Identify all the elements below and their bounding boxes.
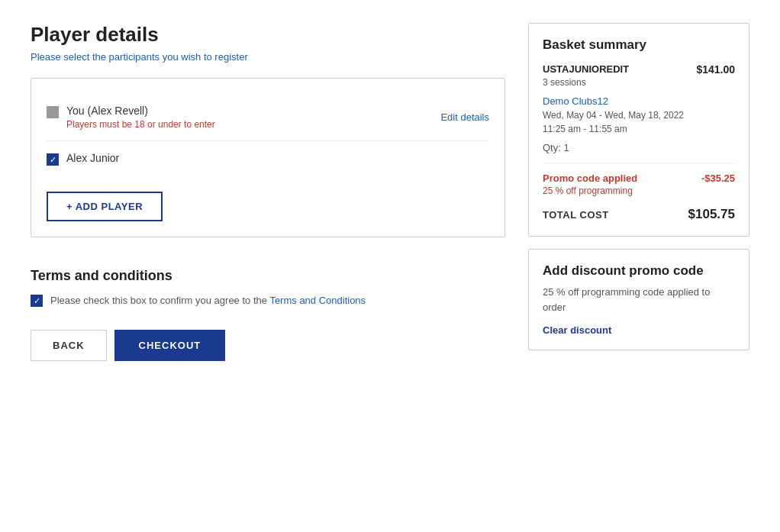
page-subtitle: Please select the participants you wish …: [31, 51, 505, 63]
basket-summary-card: Basket summary USTAJUNIOREDIT $141.00 3 …: [528, 23, 749, 237]
player-details-box: You (Alex Revell) Players must be 18 or …: [31, 78, 505, 237]
checkout-button[interactable]: CHECKOUT: [114, 330, 226, 361]
sidebar: Basket summary USTAJUNIOREDIT $141.00 3 …: [528, 23, 749, 363]
basket-item-dates: Wed, May 04 - Wed, May 18, 2022 11:25 am…: [543, 108, 735, 136]
terms-row: Please check this box to confirm you agr…: [31, 293, 505, 307]
basket-time-text: 11:25 am - 11:55 am: [543, 124, 627, 134]
player-left: You (Alex Revell) Players must be 18 or …: [47, 105, 215, 130]
discount-card: Add discount promo code 25 % off program…: [528, 249, 749, 350]
page-title: Player details: [31, 23, 505, 47]
discount-desc: 25 % off programming code applied to ord…: [543, 285, 735, 314]
basket-item-link[interactable]: Demo Clubs12: [543, 95, 735, 107]
promo-desc: 25 % off programming: [543, 185, 637, 196]
player-row: Alex Junior: [47, 141, 489, 176]
total-price: $105.75: [688, 207, 735, 222]
terms-text: Please check this box to confirm you agr…: [50, 295, 366, 306]
player-left: Alex Junior: [47, 152, 119, 166]
promo-amount: -$35.25: [701, 172, 735, 184]
promo-info: Promo code applied 25 % off programming: [543, 172, 637, 196]
terms-text-before: Please check this box to confirm you agr…: [50, 295, 269, 306]
subtitle-link: you wish to register: [163, 51, 248, 63]
player-row: You (Alex Revell) Players must be 18 or …: [47, 94, 489, 141]
basket-qty: Qty: 1: [543, 142, 735, 153]
player-warning: Players must be 18 or under to enter: [66, 119, 215, 130]
player-info: Alex Junior: [66, 152, 119, 164]
basket-divider: [543, 163, 735, 163]
promo-row: Promo code applied 25 % off programming …: [543, 172, 735, 196]
basket-item-header: USTAJUNIOREDIT $141.00: [543, 63, 735, 76]
terms-and-conditions-link[interactable]: Terms and Conditions: [269, 295, 366, 306]
clear-discount-link[interactable]: Clear discount: [543, 324, 611, 336]
edit-details-link[interactable]: Edit details: [440, 111, 489, 123]
add-player-button[interactable]: + ADD PLAYER: [47, 192, 163, 221]
basket-item-price: $141.00: [696, 63, 735, 76]
total-row: TOTAL COST $105.75: [543, 207, 735, 222]
subtitle-text: Please select the participants: [31, 51, 163, 63]
basket-summary-title: Basket summary: [543, 37, 735, 53]
terms-section: Terms and conditions Please check this b…: [31, 268, 505, 307]
player-name: You (Alex Revell): [66, 105, 215, 117]
player-name: Alex Junior: [66, 152, 119, 164]
basket-dates-text: Wed, May 04 - Wed, May 18, 2022: [543, 110, 684, 121]
player-checkbox-unchecked[interactable]: [47, 106, 59, 118]
player-info: You (Alex Revell) Players must be 18 or …: [66, 105, 215, 130]
basket-item-sessions: 3 sessions: [543, 77, 735, 88]
promo-label: Promo code applied: [543, 172, 637, 184]
button-row: BACK CHECKOUT: [31, 330, 505, 361]
player-checkbox-checked[interactable]: [47, 153, 59, 166]
total-label: TOTAL COST: [543, 209, 609, 221]
main-content: Player details Please select the partici…: [31, 23, 505, 361]
terms-checkbox[interactable]: [31, 295, 43, 307]
terms-title: Terms and conditions: [31, 268, 505, 284]
back-button[interactable]: BACK: [31, 330, 107, 361]
discount-title: Add discount promo code: [543, 263, 735, 279]
basket-item-name: USTAJUNIOREDIT: [543, 63, 629, 75]
